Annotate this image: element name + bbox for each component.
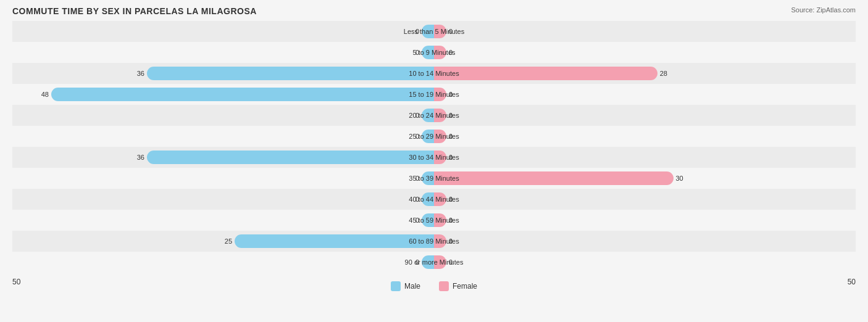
female-bar [434,67,657,80]
female-legend-box [439,281,449,291]
male-label: Male [404,282,420,291]
row-label: 35 to 39 Minutes [409,175,459,182]
row-label: 10 to 14 Minutes [409,70,459,77]
chart-row: 03035 to 39 Minutes [12,168,856,189]
chart-row: 36030 to 34 Minutes [12,147,856,168]
row-label: 60 to 89 Minutes [409,237,459,245]
axis-right-value: 50 [848,278,856,291]
chart-row: 0025 to 29 Minutes [12,126,856,147]
chart-row: 00Less than 5 Minutes [12,21,856,42]
male-bar [147,151,434,164]
male-value: 36 [137,70,144,77]
row-label: 5 to 9 Minutes [412,49,455,56]
chart-row: 0045 to 59 Minutes [12,210,856,231]
row-label: 30 to 34 Minutes [409,154,459,161]
row-label: 25 to 29 Minutes [409,133,459,140]
chart-row: 25060 to 89 Minutes [12,231,856,252]
legend-female: Female [439,281,477,291]
legend: Male Female [391,281,477,291]
axis-left-value: 50 [12,278,20,291]
chart-row: 362810 to 14 Minutes [12,63,856,84]
female-value: 28 [660,70,667,77]
row-label: 90 or more Minutes [405,258,464,266]
chart-row: 005 to 9 Minutes [12,42,856,63]
row-label: 20 to 24 Minutes [409,112,459,119]
male-bar [51,88,434,101]
male-bar [235,234,434,248]
row-label: 15 to 19 Minutes [409,91,459,98]
row-label: 45 to 59 Minutes [409,217,459,224]
female-label: Female [453,282,477,291]
chart-title: COMMUTE TIME BY SEX IN PARCELAS LA MILAG… [12,6,856,16]
chart-container: COMMUTE TIME BY SEX IN PARCELAS LA MILAG… [0,0,868,322]
row-label: Less than 5 Minutes [404,28,464,35]
chart-row: 0040 to 44 Minutes [12,189,856,210]
legend-male: Male [391,281,420,291]
chart-row: 0020 to 24 Minutes [12,105,856,126]
chart-area: 00Less than 5 Minutes005 to 9 Minutes362… [12,21,856,275]
axis-bottom: 50 Male Female 50 [12,278,856,291]
male-legend-box [391,281,401,291]
male-value: 25 [225,237,232,245]
male-value: 48 [41,91,49,98]
male-value: 36 [137,154,144,161]
male-bar [147,67,434,80]
source-text: Source: ZipAtlas.com [791,6,856,14]
chart-row: 48015 to 19 Minutes [12,84,856,105]
chart-row: 0090 or more Minutes [12,252,856,273]
female-bar [434,171,674,185]
female-value: 30 [676,175,683,182]
row-label: 40 to 44 Minutes [409,196,459,203]
